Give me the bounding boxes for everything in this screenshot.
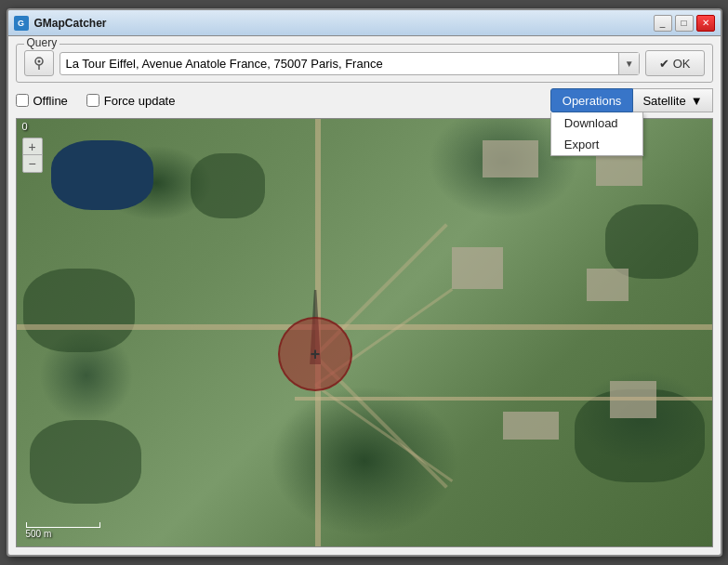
download-menu-item[interactable]: Download bbox=[551, 112, 642, 134]
eiffel-tower-marker: + bbox=[278, 317, 352, 391]
marker-cross: + bbox=[311, 346, 321, 362]
title-buttons: _ □ ✕ bbox=[654, 15, 715, 32]
satellite-dropdown-icon: ▼ bbox=[691, 94, 703, 108]
zoom-out-button[interactable]: − bbox=[23, 155, 42, 172]
scale-line bbox=[26, 522, 100, 528]
title-bar-left: G GMapCatcher bbox=[14, 16, 107, 31]
query-group: Query ▼ ✔ OK bbox=[16, 44, 713, 83]
title-bar: G GMapCatcher _ □ ✕ bbox=[8, 10, 721, 36]
map-satellite-view: + 0 + − 500 m bbox=[17, 119, 712, 546]
scale-bar: 500 m bbox=[26, 522, 100, 539]
window-title: GMapCatcher bbox=[34, 17, 107, 30]
building-1 bbox=[483, 140, 538, 177]
minimize-button[interactable]: _ bbox=[654, 15, 672, 32]
group-label: Query bbox=[24, 36, 60, 49]
offline-checkbox-label[interactable]: Offline bbox=[16, 94, 68, 108]
scale-text: 500 m bbox=[26, 529, 52, 539]
operations-container: Operations Download Export bbox=[550, 88, 634, 112]
trees-top-center bbox=[191, 153, 265, 218]
zoom-controls: + − bbox=[22, 138, 43, 173]
export-menu-item[interactable]: Export bbox=[551, 134, 642, 155]
satellite-label: Satellite bbox=[642, 94, 685, 108]
query-input-wrapper: ▼ bbox=[60, 52, 641, 75]
offline-checkbox[interactable] bbox=[16, 94, 29, 107]
building-2 bbox=[596, 153, 642, 186]
svg-point-2 bbox=[37, 60, 40, 63]
force-update-checkbox-label[interactable]: Force update bbox=[86, 94, 176, 108]
main-window: G GMapCatcher _ □ ✕ Query bbox=[7, 8, 722, 557]
close-button[interactable]: ✕ bbox=[696, 15, 715, 32]
satellite-button[interactable]: Satellite ▼ bbox=[633, 88, 712, 112]
query-row: ▼ ✔ OK bbox=[24, 50, 705, 76]
building-3 bbox=[452, 247, 503, 289]
building-5 bbox=[503, 412, 559, 440]
trees-right-top bbox=[605, 204, 698, 279]
force-update-checkbox[interactable] bbox=[86, 94, 99, 107]
location-icon-button[interactable] bbox=[24, 50, 54, 76]
force-update-label: Force update bbox=[104, 94, 176, 108]
operations-dropdown-menu: Download Export bbox=[550, 112, 643, 156]
zoom-label: 0 bbox=[22, 121, 28, 132]
content-area: Query ▼ ✔ OK Offline bbox=[8, 36, 721, 555]
operations-button[interactable]: Operations bbox=[550, 88, 634, 112]
offline-label: Offline bbox=[33, 94, 68, 108]
map-area[interactable]: + 0 + − 500 m bbox=[16, 118, 713, 547]
query-input[interactable] bbox=[60, 53, 619, 74]
controls-row: Offline Force update Operations Download… bbox=[16, 88, 713, 112]
location-icon bbox=[31, 55, 47, 72]
water-body bbox=[51, 140, 153, 210]
maximize-button[interactable]: □ bbox=[675, 15, 694, 32]
zoom-in-button[interactable]: + bbox=[23, 138, 42, 155]
app-icon: G bbox=[14, 16, 29, 31]
trees-left-bottom bbox=[30, 420, 141, 504]
ok-button[interactable]: ✔ OK bbox=[645, 50, 704, 76]
road-horizontal-main bbox=[17, 324, 712, 330]
building-4 bbox=[587, 269, 629, 301]
query-dropdown-button[interactable]: ▼ bbox=[618, 53, 639, 74]
trees-left bbox=[23, 269, 135, 352]
